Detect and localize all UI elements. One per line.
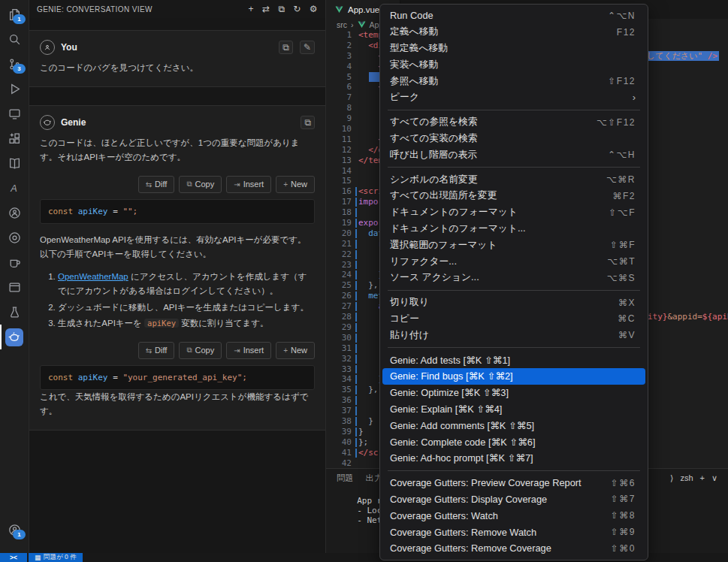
menu-item-goto-implementations[interactable]: 実装へ移動 — [382, 56, 645, 73]
menu-item-shortcut: ⌥⌘S — [598, 273, 636, 283]
terminal-session-zsh[interactable]: zsh — [680, 473, 693, 482]
new-button[interactable]: +New — [276, 176, 315, 193]
line-number: 41 — [326, 448, 358, 458]
line-number: 3 — [326, 51, 358, 62]
menu-item-label: すべての参照を検索 — [390, 116, 478, 128]
activity-account-icon[interactable]: 1 — [0, 518, 29, 542]
menu-item-show-call-hierarchy[interactable]: 呼び出し階層の表示⌃⌥H — [382, 147, 645, 163]
menu-item-change-all-occurrences[interactable]: すべての出現箇所を変更⌘F2 — [382, 188, 645, 204]
menu-item-genie-optimize[interactable]: Genie: Optimize [⌘K ⇧⌘3] — [382, 385, 645, 401]
menu-item-label: 選択範囲のフォーマット — [390, 239, 497, 252]
menu-item-coverage-watch[interactable]: Coverage Gutters: Watch⇧⌘8 — [382, 507, 645, 524]
copy-message-icon[interactable]: ⧉ — [301, 116, 315, 129]
activity-window-icon[interactable] — [0, 275, 29, 300]
edit-message-icon[interactable]: ✎ — [300, 41, 315, 54]
export-icon[interactable]: ⧉ — [278, 4, 285, 14]
diff-button[interactable]: ⇆Diff — [138, 342, 175, 359]
user-message: You ⧉ ✎ このコードのバグを見つけてください。 — [29, 30, 325, 87]
insert-button[interactable]: ⇥Insert — [226, 176, 271, 193]
new-chat-icon[interactable]: + — [249, 4, 254, 14]
menu-item-run-code[interactable]: Run Code⌃⌥N — [382, 8, 645, 24]
new-terminal-icon[interactable]: + — [700, 473, 705, 482]
line-number: 18 — [326, 207, 358, 218]
menu-item-coverage-preview-report[interactable]: Coverage Gutters: Preview Coverage Repor… — [382, 475, 645, 491]
step-item: OpenWeatherMap にアクセスし、アカウントを作成します（すでにアカウ… — [58, 270, 315, 299]
tab-problems[interactable]: 問題 — [337, 473, 354, 484]
vue-file-icon — [358, 21, 366, 29]
activity-live-preview-icon[interactable] — [0, 101, 29, 126]
activity-gitlens-icon[interactable] — [0, 225, 29, 250]
menu-item-label: シンボルの名前変更 — [390, 174, 478, 186]
line-number: 38 — [326, 416, 358, 427]
menu-item-genie-add-tests[interactable]: Genie: Add tests [⌘K ⇧⌘1] — [382, 352, 645, 368]
activity-source-control-icon[interactable]: 3 — [0, 52, 29, 77]
inline-code: apiKey — [144, 319, 179, 328]
copy-button[interactable]: ⧉Copy — [179, 176, 222, 193]
code-actions-row: ⇆Diff ⧉Copy ⇥Insert +New — [40, 176, 315, 193]
submenu-arrow-icon: › — [633, 92, 636, 103]
insert-icon: ⇥ — [234, 346, 240, 355]
sidebar-header-actions: + ⇄ ⧉ ↻ ⚙ — [249, 4, 319, 14]
menu-item-copy[interactable]: コピー⌘C — [382, 311, 645, 328]
menu-item-genie-add-comments[interactable]: Genie: Add comments [⌘K ⇧⌘5] — [382, 417, 645, 434]
activity-gather-icon[interactable] — [0, 250, 29, 275]
line-number: 5 — [326, 72, 358, 83]
activity-live-share-icon[interactable] — [0, 201, 29, 225]
menu-item-label: すべての実装の検索 — [390, 132, 478, 145]
menu-item-paste[interactable]: 貼り付け⌘V — [382, 327, 645, 343]
breadcrumb-src[interactable]: src — [337, 20, 347, 29]
menu-item-search-references[interactable]: すべての参照を検索⌥⇧F12 — [382, 114, 645, 131]
menu-separator — [388, 347, 640, 348]
menu-item-refactor[interactable]: リファクター...⌥⌘T — [382, 253, 645, 270]
new-button[interactable]: +New — [276, 342, 315, 359]
menu-item-coverage-remove-watch[interactable]: Coverage Gutters: Remove Watch⇧⌘9 — [382, 524, 645, 540]
history-icon[interactable]: ↻ — [293, 4, 301, 14]
menu-item-coverage-remove-coverage[interactable]: Coverage Gutters: Remove Coverage⇧⌘0 — [382, 540, 645, 557]
remote-indicator[interactable]: >< — [0, 553, 27, 562]
menu-item-label: ドキュメントのフォーマット... — [390, 222, 526, 235]
menu-item-genie-explain[interactable]: Genie: Explain [⌘K ⇧⌘4] — [382, 401, 645, 418]
line-number: 28 — [326, 312, 358, 322]
activity-genie-icon[interactable] — [0, 325, 29, 349]
menu-item-label: 実装へ移動 — [390, 59, 438, 71]
menu-item-peek[interactable]: ピーク› — [382, 89, 645, 106]
menu-item-source-action[interactable]: ソース アクション...⌥⌘S — [382, 270, 645, 286]
menu-item-format-document-with[interactable]: ドキュメントのフォーマット... — [382, 221, 645, 237]
activity-badge: 1 — [13, 14, 26, 24]
activity-search-icon[interactable] — [0, 27, 29, 52]
openweathermap-link[interactable]: OpenWeatherMap — [58, 272, 128, 281]
status-message[interactable]: ▦ 問題が 0 件 — [29, 553, 83, 562]
menu-item-genie-find-bugs[interactable]: Genie: Find bugs [⌘K ⇧⌘2] — [382, 368, 645, 385]
menu-item-shortcut: ⌃⌥H — [599, 150, 636, 160]
menu-item-shortcut: ⌘C — [609, 313, 636, 324]
swap-icon[interactable]: ⇄ — [262, 4, 270, 14]
activity-explorer-icon[interactable]: 1 — [0, 2, 29, 27]
copy-button[interactable]: ⧉Copy — [179, 342, 222, 359]
menu-item-goto-references[interactable]: 参照へ移動⇧F12 — [382, 73, 645, 89]
activity-run-debug-icon[interactable] — [0, 77, 29, 101]
menu-item-label: 切り取り — [390, 296, 429, 309]
diff-button[interactable]: ⇆Diff — [138, 176, 175, 193]
tab-filename: App.vue — [348, 5, 379, 14]
copy-message-icon[interactable]: ⧉ — [279, 41, 293, 54]
activity-tools-icon[interactable] — [0, 300, 29, 325]
activity-extensions-icon[interactable] — [0, 126, 29, 151]
menu-item-coverage-display[interactable]: Coverage Gutters: Display Coverage⇧⌘7 — [382, 491, 645, 508]
menu-item-cut[interactable]: 切り取り⌘X — [382, 295, 645, 311]
activity-project-icon[interactable]: A — [0, 176, 29, 201]
menu-item-format-document[interactable]: ドキュメントのフォーマット⇧⌥F — [382, 204, 645, 221]
menu-item-rename-symbol[interactable]: シンボルの名前変更⌥⌘R — [382, 171, 645, 188]
settings-icon[interactable]: ⚙ — [310, 4, 318, 14]
genie-message: Genie ⧉ このコードは、ほとんど正しいですが、1つの重要な問題があります。… — [29, 105, 325, 431]
menu-separator — [388, 167, 640, 168]
menu-item-genie-complete-code[interactable]: Genie: Complete code [⌘K ⇧⌘6] — [382, 434, 645, 450]
menu-item-goto-definition[interactable]: 定義へ移動F12 — [382, 24, 645, 41]
menu-item-goto-type-definition[interactable]: 型定義へ移動 — [382, 41, 645, 57]
menu-item-genie-adhoc-prompt[interactable]: Genie: Ad-hoc prompt [⌘K ⇧⌘7] — [382, 450, 645, 467]
insert-button[interactable]: ⇥Insert — [226, 342, 271, 359]
terminal-dropdown-icon[interactable]: ∨ — [711, 473, 717, 483]
menu-item-search-implementations[interactable]: すべての実装の検索 — [382, 131, 645, 147]
menu-item-format-selection[interactable]: 選択範囲のフォーマット⇧⌘F — [382, 237, 645, 253]
activity-docs-icon[interactable] — [0, 151, 29, 176]
vue-file-icon — [335, 6, 343, 14]
